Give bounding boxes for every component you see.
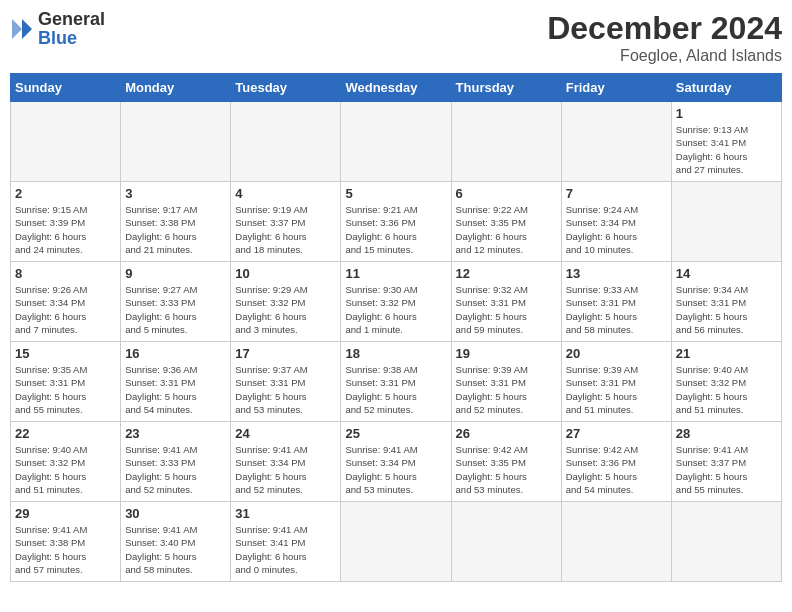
day-cell-6: 6Sunrise: 9:22 AM Sunset: 3:35 PM Daylig… [451, 182, 561, 262]
day-info: Sunrise: 9:39 AM Sunset: 3:31 PM Dayligh… [566, 363, 667, 416]
day-cell-29: 29Sunrise: 9:41 AM Sunset: 3:38 PM Dayli… [11, 502, 121, 582]
calendar-week-1: 2Sunrise: 9:15 AM Sunset: 3:39 PM Daylig… [11, 182, 782, 262]
day-number: 28 [676, 426, 777, 441]
day-cell-22: 22Sunrise: 9:40 AM Sunset: 3:32 PM Dayli… [11, 422, 121, 502]
logo-icon [10, 17, 34, 41]
day-info: Sunrise: 9:41 AM Sunset: 3:41 PM Dayligh… [235, 523, 336, 576]
day-number: 12 [456, 266, 557, 281]
day-info: Sunrise: 9:36 AM Sunset: 3:31 PM Dayligh… [125, 363, 226, 416]
day-number: 8 [15, 266, 116, 281]
day-info: Sunrise: 9:42 AM Sunset: 3:35 PM Dayligh… [456, 443, 557, 496]
calendar-header: SundayMondayTuesdayWednesdayThursdayFrid… [11, 74, 782, 102]
day-cell-14: 14Sunrise: 9:34 AM Sunset: 3:31 PM Dayli… [671, 262, 781, 342]
logo: General Blue [10, 10, 105, 48]
day-number: 9 [125, 266, 226, 281]
day-number: 18 [345, 346, 446, 361]
day-info: Sunrise: 9:37 AM Sunset: 3:31 PM Dayligh… [235, 363, 336, 416]
calendar-title: December 2024 [547, 10, 782, 47]
empty-cell [451, 102, 561, 182]
day-cell-30: 30Sunrise: 9:41 AM Sunset: 3:40 PM Dayli… [121, 502, 231, 582]
day-number: 5 [345, 186, 446, 201]
day-info: Sunrise: 9:29 AM Sunset: 3:32 PM Dayligh… [235, 283, 336, 336]
day-info: Sunrise: 9:41 AM Sunset: 3:37 PM Dayligh… [676, 443, 777, 496]
day-info: Sunrise: 9:33 AM Sunset: 3:31 PM Dayligh… [566, 283, 667, 336]
day-cell-10: 10Sunrise: 9:29 AM Sunset: 3:32 PM Dayli… [231, 262, 341, 342]
header: General Blue December 2024 Foegloe, Alan… [10, 10, 782, 65]
day-cell-26: 26Sunrise: 9:42 AM Sunset: 3:35 PM Dayli… [451, 422, 561, 502]
day-cell-4: 4Sunrise: 9:19 AM Sunset: 3:37 PM Daylig… [231, 182, 341, 262]
calendar-table: SundayMondayTuesdayWednesdayThursdayFrid… [10, 73, 782, 582]
day-info: Sunrise: 9:19 AM Sunset: 3:37 PM Dayligh… [235, 203, 336, 256]
day-info: Sunrise: 9:41 AM Sunset: 3:33 PM Dayligh… [125, 443, 226, 496]
empty-cell [11, 102, 121, 182]
day-number: 26 [456, 426, 557, 441]
day-info: Sunrise: 9:17 AM Sunset: 3:38 PM Dayligh… [125, 203, 226, 256]
empty-cell [341, 502, 451, 582]
day-cell-7: 7Sunrise: 9:24 AM Sunset: 3:34 PM Daylig… [561, 182, 671, 262]
day-cell-9: 9Sunrise: 9:27 AM Sunset: 3:33 PM Daylig… [121, 262, 231, 342]
empty-cell [231, 102, 341, 182]
day-number: 14 [676, 266, 777, 281]
day-cell-24: 24Sunrise: 9:41 AM Sunset: 3:34 PM Dayli… [231, 422, 341, 502]
day-number: 25 [345, 426, 446, 441]
day-number: 10 [235, 266, 336, 281]
day-info: Sunrise: 9:34 AM Sunset: 3:31 PM Dayligh… [676, 283, 777, 336]
day-cell-3: 3Sunrise: 9:17 AM Sunset: 3:38 PM Daylig… [121, 182, 231, 262]
day-info: Sunrise: 9:32 AM Sunset: 3:31 PM Dayligh… [456, 283, 557, 336]
day-cell-15: 15Sunrise: 9:35 AM Sunset: 3:31 PM Dayli… [11, 342, 121, 422]
day-number: 24 [235, 426, 336, 441]
day-number: 19 [456, 346, 557, 361]
day-cell-27: 27Sunrise: 9:42 AM Sunset: 3:36 PM Dayli… [561, 422, 671, 502]
day-info: Sunrise: 9:38 AM Sunset: 3:31 PM Dayligh… [345, 363, 446, 416]
calendar-week-0: 1Sunrise: 9:13 AM Sunset: 3:41 PM Daylig… [11, 102, 782, 182]
day-cell-11: 11Sunrise: 9:30 AM Sunset: 3:32 PM Dayli… [341, 262, 451, 342]
day-header-tuesday: Tuesday [231, 74, 341, 102]
day-number: 11 [345, 266, 446, 281]
empty-cell [341, 102, 451, 182]
day-header-sunday: Sunday [11, 74, 121, 102]
empty-cell [671, 182, 781, 262]
svg-marker-1 [12, 19, 22, 39]
empty-cell [671, 502, 781, 582]
day-number: 27 [566, 426, 667, 441]
day-header-friday: Friday [561, 74, 671, 102]
day-number: 3 [125, 186, 226, 201]
calendar-subtitle: Foegloe, Aland Islands [547, 47, 782, 65]
day-info: Sunrise: 9:27 AM Sunset: 3:33 PM Dayligh… [125, 283, 226, 336]
day-cell-2: 2Sunrise: 9:15 AM Sunset: 3:39 PM Daylig… [11, 182, 121, 262]
day-cell-23: 23Sunrise: 9:41 AM Sunset: 3:33 PM Dayli… [121, 422, 231, 502]
day-number: 13 [566, 266, 667, 281]
day-number: 6 [456, 186, 557, 201]
day-info: Sunrise: 9:42 AM Sunset: 3:36 PM Dayligh… [566, 443, 667, 496]
day-info: Sunrise: 9:41 AM Sunset: 3:38 PM Dayligh… [15, 523, 116, 576]
day-number: 23 [125, 426, 226, 441]
day-info: Sunrise: 9:41 AM Sunset: 3:40 PM Dayligh… [125, 523, 226, 576]
day-info: Sunrise: 9:24 AM Sunset: 3:34 PM Dayligh… [566, 203, 667, 256]
day-number: 16 [125, 346, 226, 361]
svg-marker-0 [22, 19, 32, 39]
day-number: 29 [15, 506, 116, 521]
day-header-monday: Monday [121, 74, 231, 102]
day-header-thursday: Thursday [451, 74, 561, 102]
day-info: Sunrise: 9:40 AM Sunset: 3:32 PM Dayligh… [15, 443, 116, 496]
day-info: Sunrise: 9:21 AM Sunset: 3:36 PM Dayligh… [345, 203, 446, 256]
day-cell-18: 18Sunrise: 9:38 AM Sunset: 3:31 PM Dayli… [341, 342, 451, 422]
empty-cell [561, 502, 671, 582]
calendar-week-3: 15Sunrise: 9:35 AM Sunset: 3:31 PM Dayli… [11, 342, 782, 422]
day-number: 4 [235, 186, 336, 201]
day-cell-21: 21Sunrise: 9:40 AM Sunset: 3:32 PM Dayli… [671, 342, 781, 422]
day-cell-12: 12Sunrise: 9:32 AM Sunset: 3:31 PM Dayli… [451, 262, 561, 342]
day-cell-1: 1Sunrise: 9:13 AM Sunset: 3:41 PM Daylig… [671, 102, 781, 182]
day-number: 21 [676, 346, 777, 361]
day-info: Sunrise: 9:35 AM Sunset: 3:31 PM Dayligh… [15, 363, 116, 416]
day-cell-8: 8Sunrise: 9:26 AM Sunset: 3:34 PM Daylig… [11, 262, 121, 342]
day-cell-5: 5Sunrise: 9:21 AM Sunset: 3:36 PM Daylig… [341, 182, 451, 262]
day-info: Sunrise: 9:26 AM Sunset: 3:34 PM Dayligh… [15, 283, 116, 336]
day-cell-31: 31Sunrise: 9:41 AM Sunset: 3:41 PM Dayli… [231, 502, 341, 582]
day-info: Sunrise: 9:41 AM Sunset: 3:34 PM Dayligh… [235, 443, 336, 496]
empty-cell [451, 502, 561, 582]
logo-text-general: General [38, 9, 105, 29]
day-cell-19: 19Sunrise: 9:39 AM Sunset: 3:31 PM Dayli… [451, 342, 561, 422]
empty-cell [121, 102, 231, 182]
day-number: 1 [676, 106, 777, 121]
